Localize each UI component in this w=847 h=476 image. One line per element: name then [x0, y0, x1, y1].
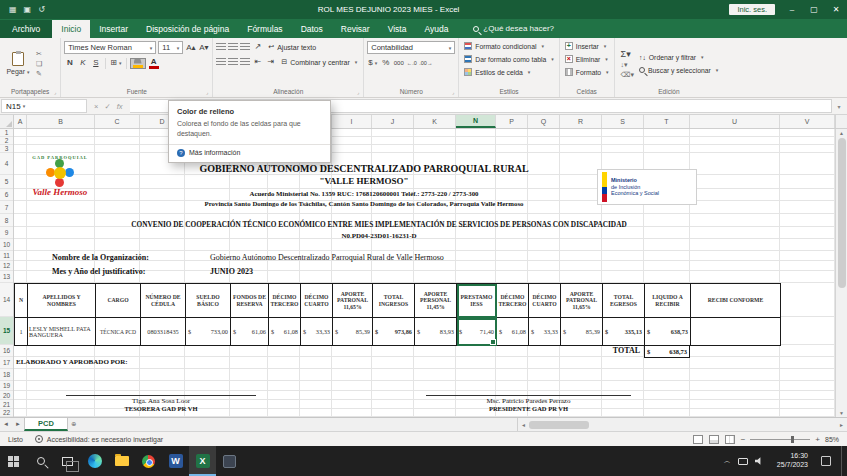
conditional-formatting-button[interactable]: Formato condicional▾: [462, 40, 556, 52]
zoom-slider-thumb[interactable]: [791, 436, 794, 443]
payroll-header-S[interactable]: TOTAL EGRESOS: [603, 284, 645, 318]
format-as-table-button[interactable]: Dar formato como tabla▾: [462, 53, 556, 65]
bold-button[interactable]: N: [64, 57, 75, 69]
cancel-entry-icon[interactable]: ×: [94, 102, 98, 111]
sort-filter-button[interactable]: ↑↓Ordenar y filtrar▾: [637, 51, 720, 63]
ribbon-tab-vista[interactable]: Vista: [379, 20, 416, 38]
comma-style-button[interactable]: 000: [393, 57, 404, 69]
payroll-header-I[interactable]: APORTE PATRONAL 11,65%: [333, 284, 373, 318]
cell-A15[interactable]: 1: [15, 318, 28, 346]
scroll-up-icon[interactable]: ▲: [839, 130, 844, 136]
restore-button[interactable]: ▢: [803, 0, 825, 19]
cell-E15[interactable]: $733,00: [186, 318, 231, 346]
row-header-19[interactable]: 19: [0, 381, 13, 391]
underline-button[interactable]: S: [90, 57, 101, 69]
tell-me-search[interactable]: ¿Qué desea hacer?: [473, 20, 554, 38]
expand-formula-bar-icon[interactable]: ▾: [832, 103, 846, 110]
column-header-R[interactable]: R: [560, 115, 602, 128]
action-center-icon[interactable]: [821, 456, 831, 466]
sheet-tab-pcd[interactable]: PCD: [24, 418, 68, 431]
font-dialog-launcher[interactable]: ⌟: [206, 89, 208, 95]
ribbon-tab-inicio[interactable]: Inicio: [52, 20, 90, 38]
payroll-header-F[interactable]: FONDOS DE RESERVA: [231, 284, 269, 318]
insert-function-icon[interactable]: fx: [117, 102, 123, 111]
zoom-in-icon[interactable]: +: [815, 435, 820, 444]
sheet-nav-right-icon[interactable]: ►: [12, 418, 24, 431]
payroll-header-H[interactable]: DÉCIMO CUARTO: [301, 284, 333, 318]
select-all-corner[interactable]: [0, 115, 14, 128]
copy-icon[interactable]: ❏: [36, 60, 42, 68]
paste-button[interactable]: Pegar▾: [3, 52, 33, 75]
ribbon-tab-f-rmulas[interactable]: Fórmulas: [238, 20, 291, 38]
ribbon-tab-insertar[interactable]: Insertar: [90, 20, 137, 38]
column-header-Q[interactable]: Q: [528, 115, 560, 128]
payroll-header-K[interactable]: APORTE PERSONAL 11,45%: [415, 284, 457, 318]
cell-I15[interactable]: $85,39: [333, 318, 373, 346]
column-header-A[interactable]: A: [14, 115, 27, 128]
align-bottom-icon[interactable]: [240, 43, 250, 51]
format-cells-button[interactable]: Formato▾: [563, 66, 611, 78]
tray-expand-icon[interactable]: ︿: [724, 456, 731, 466]
row-header-12[interactable]: 12: [0, 261, 13, 271]
task-view-button[interactable]: [54, 446, 81, 476]
scroll-right-icon[interactable]: ►: [839, 422, 844, 428]
row-header-13[interactable]: 13: [0, 271, 13, 283]
row-header-10[interactable]: 10: [0, 239, 13, 251]
column-header-K[interactable]: K: [414, 115, 456, 128]
edge-taskbar-button[interactable]: [81, 446, 108, 476]
payroll-header-B[interactable]: APELLIDOS Y NOMBRES: [28, 284, 96, 318]
autosum-icon[interactable]: Σ▾: [621, 49, 634, 59]
borders-icon[interactable]: ⊞▾: [110, 57, 121, 69]
row-header-6[interactable]: 6: [0, 189, 13, 201]
row-header-2[interactable]: 2: [0, 137, 13, 145]
decrease-decimal-icon[interactable]: .00→: [419, 57, 432, 69]
horizontal-scrollbar[interactable]: ◄ ►: [517, 418, 847, 431]
cell-T15[interactable]: $638,73: [645, 318, 691, 346]
chrome-taskbar-button[interactable]: [135, 446, 162, 476]
row-header-16[interactable]: 16: [0, 345, 13, 357]
payroll-header-D[interactable]: NÚMERO DE CÉDULA: [141, 284, 186, 318]
increase-indent-icon[interactable]: ⇥: [265, 56, 276, 68]
accounting-format-button[interactable]: $▾: [367, 57, 378, 69]
payroll-header-J[interactable]: TOTAL INGRESOS: [373, 284, 415, 318]
row-header-8[interactable]: 8: [0, 214, 13, 227]
word-taskbar-button[interactable]: W: [162, 446, 189, 476]
zoom-out-icon[interactable]: −: [741, 435, 746, 444]
font-size-combobox[interactable]: 11▾: [158, 41, 183, 54]
page-break-view-icon[interactable]: [725, 435, 735, 444]
confirm-entry-icon[interactable]: ✓: [104, 102, 110, 111]
total-value-cell[interactable]: $638,73: [644, 345, 690, 358]
show-desktop-button[interactable]: [841, 446, 845, 476]
fill-color-button[interactable]: [131, 59, 145, 68]
align-top-icon[interactable]: [216, 43, 226, 51]
ribbon-tab-revisar[interactable]: Revisar: [332, 20, 379, 38]
volume-icon[interactable]: [755, 457, 764, 466]
cell-styles-button[interactable]: Estilos de celda▾: [462, 66, 556, 78]
zoom-slider[interactable]: [750, 439, 810, 440]
increase-decimal-icon[interactable]: ←.0: [406, 57, 417, 69]
clipboard-dialog-launcher[interactable]: ⌟: [54, 89, 56, 95]
cell-C15[interactable]: TÉCNICA PCD: [96, 318, 141, 346]
find-select-button[interactable]: Buscar y seleccionar▾: [637, 64, 720, 76]
row-header-17[interactable]: 17: [0, 357, 13, 369]
align-middle-icon[interactable]: [228, 43, 238, 51]
sheet-nav-left-icon[interactable]: ◄: [0, 418, 12, 431]
align-left-icon[interactable]: [216, 58, 226, 66]
insert-cells-button[interactable]: +Insertar▾: [563, 40, 611, 52]
taskbar-clock[interactable]: 16:30 25/7/2023: [771, 452, 814, 470]
row-header-18[interactable]: 18: [0, 369, 13, 381]
font-color-button[interactable]: A: [147, 58, 161, 69]
payroll-header-P[interactable]: DÉCIMO TERCERO: [497, 284, 529, 318]
cell-J15[interactable]: $973,86: [373, 318, 415, 346]
accessibility-status[interactable]: Accesibilidad: es necesario investigar: [35, 435, 163, 443]
column-header-U[interactable]: U: [690, 115, 780, 128]
row-header-21[interactable]: 21: [0, 400, 13, 409]
fill-icon[interactable]: ↓▾: [621, 61, 634, 69]
cell-R15[interactable]: $85,39: [561, 318, 603, 346]
cell-Q15[interactable]: $33,33: [529, 318, 561, 346]
tooltip-help-link[interactable]: ? Más información: [177, 149, 322, 157]
delete-cells-button[interactable]: ×Eliminar▾: [563, 53, 611, 65]
italic-button[interactable]: K: [77, 57, 88, 69]
decrease-indent-icon[interactable]: ⇤: [252, 56, 263, 68]
cell-P15[interactable]: $61,08: [497, 318, 529, 346]
